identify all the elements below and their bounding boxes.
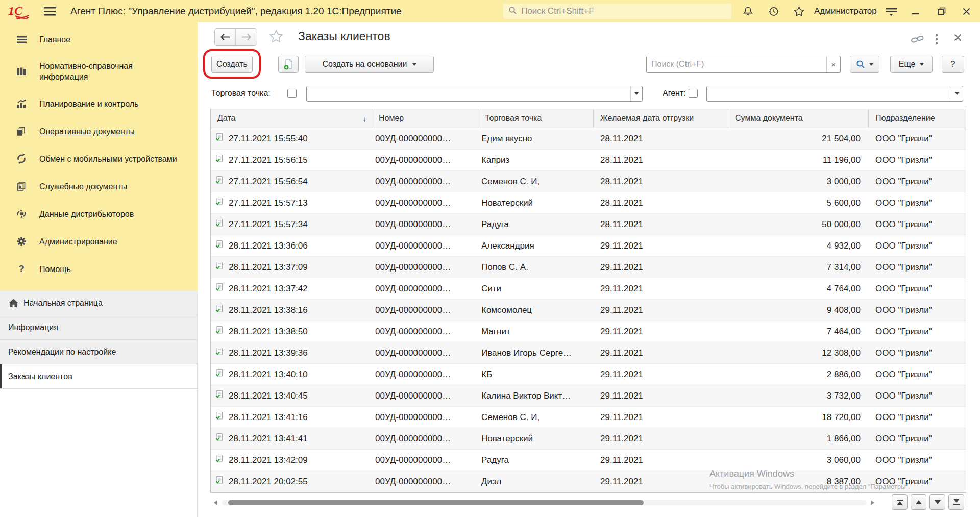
opened-pages-panel: Начальная страница Информация Рекомендац… xyxy=(0,291,198,389)
order-row[interactable]: 28.11.2021 13:39:36 00УД-000000000… Иван… xyxy=(211,342,966,364)
cell-amount: 3 732,00 xyxy=(728,385,869,406)
order-row[interactable]: 28.11.2021 13:38:50 00УД-000000000… Магн… xyxy=(211,321,966,342)
more-actions-kebab-icon[interactable] xyxy=(935,34,938,45)
create-based-on-button[interactable]: Создать на основании xyxy=(305,56,434,73)
cell-number: 00УД-000000000… xyxy=(372,128,478,149)
cell-number: 00УД-000000000… xyxy=(372,428,478,449)
global-search-input[interactable] xyxy=(521,6,726,16)
service-docs-icon xyxy=(15,180,28,192)
opened-page-item[interactable]: Заказы клиентов xyxy=(0,364,197,389)
clear-search-icon[interactable]: × xyxy=(826,56,840,72)
cell-department: ООО "Гризли" xyxy=(869,278,966,299)
scroll-left-arrow[interactable] xyxy=(212,499,219,506)
order-row[interactable]: 28.11.2021 13:41:41 00УД-000000000… Нова… xyxy=(211,428,966,450)
close-window-button[interactable] xyxy=(959,0,974,22)
document-posted-icon xyxy=(215,197,224,209)
chevron-down-icon xyxy=(869,63,873,66)
current-user[interactable]: Администратор xyxy=(814,0,877,22)
minimize-button[interactable] xyxy=(908,0,923,22)
more-button[interactable]: Еще xyxy=(890,56,933,73)
list-search-input[interactable] xyxy=(647,56,826,72)
cell-amount: 8 387,00 xyxy=(728,471,869,492)
scroll-down-button[interactable] xyxy=(929,494,945,510)
document-posted-icon xyxy=(215,347,224,359)
page-title: Заказы клиентов xyxy=(298,30,390,43)
cell-amount: 7 464,00 xyxy=(728,321,869,342)
trade-point-filter-checkbox[interactable] xyxy=(287,89,297,98)
new-document-icon-button[interactable] xyxy=(278,56,299,73)
order-row[interactable]: 28.11.2021 13:38:16 00УД-000000000… Комс… xyxy=(211,300,966,321)
column-header[interactable]: Торговая точка ↓ xyxy=(478,109,594,128)
opened-page-item[interactable]: Рекомендации по настройке xyxy=(0,340,197,364)
scroll-to-top-button[interactable] xyxy=(892,494,908,510)
cell-department: ООО "Гризли" xyxy=(869,471,966,492)
cell-date: 28.11.2021 13:40:10 xyxy=(211,364,372,385)
cell-amount: 7 314,00 xyxy=(728,257,869,278)
notifications-bell-icon[interactable] xyxy=(741,5,754,18)
get-link-icon[interactable] xyxy=(911,34,924,44)
cell-trade-point: Комсомолец xyxy=(478,300,594,321)
global-search-field[interactable] xyxy=(503,4,731,19)
window-title-bar: 1С Агент Плюс: "Управление дистрибуцией"… xyxy=(0,0,980,22)
opened-page-item[interactable]: Начальная страница xyxy=(0,291,197,315)
agent-filter-combo[interactable] xyxy=(706,86,963,102)
sidebar-section-item[interactable]: Оперативные документы xyxy=(0,117,198,145)
sidebar-section-item[interactable]: Обмен с мобильными устройствами xyxy=(0,145,198,173)
cell-department: ООО "Гризли" xyxy=(869,300,966,321)
forward-button[interactable] xyxy=(236,29,257,45)
cell-trade-point: Семенов С. И, xyxy=(478,171,594,192)
column-header[interactable]: Подразделение ↓ xyxy=(869,109,966,128)
main-menu-icon[interactable] xyxy=(43,5,56,18)
order-row[interactable]: 27.11.2021 15:56:15 00УД-000000000… Капр… xyxy=(211,150,966,171)
service-menu-icon[interactable] xyxy=(885,5,898,18)
column-header[interactable]: Желаемая дата отгрузки ↓ xyxy=(594,109,728,128)
restore-button[interactable] xyxy=(934,0,949,22)
cell-department: ООО "Гризли" xyxy=(869,321,966,342)
sidebar-section-item[interactable]: Администрирование xyxy=(0,228,198,255)
sidebar-section-item[interactable]: Служебные документы xyxy=(0,173,198,200)
document-posted-icon xyxy=(215,411,224,423)
cell-amount: 18 720,00 xyxy=(728,407,869,428)
horizontal-scrollbar-thumb[interactable] xyxy=(228,500,644,505)
scroll-to-bottom-button[interactable] xyxy=(948,494,964,510)
sidebar-section-item[interactable]: ? Помощь xyxy=(0,255,198,283)
find-button[interactable] xyxy=(850,56,879,73)
column-header[interactable]: Дата ↓ xyxy=(211,109,372,128)
horizontal-scrollbar-track[interactable] xyxy=(222,500,866,505)
column-header[interactable]: Номер ↓ xyxy=(372,109,478,128)
table-header-row: Дата ↓ Номер ↓ Торговая точка ↓ Жел xyxy=(211,109,966,128)
help-button[interactable]: ? xyxy=(942,56,964,73)
favorites-star-icon[interactable] xyxy=(792,5,805,18)
scroll-right-arrow[interactable] xyxy=(869,499,876,506)
cell-number: 00УД-000000000… xyxy=(372,407,478,428)
cell-date: 28.11.2021 13:41:16 xyxy=(211,407,372,428)
create-button[interactable]: Создать xyxy=(211,56,253,73)
sidebar-section-item[interactable]: Данные дистрибьюторов xyxy=(0,200,198,228)
back-button[interactable] xyxy=(215,29,236,45)
sidebar-section-item[interactable]: Планирование и контроль xyxy=(0,90,198,117)
trade-point-filter-combo[interactable] xyxy=(306,86,643,102)
sidebar-section-item[interactable]: Главное xyxy=(0,26,198,53)
order-row[interactable]: 28.11.2021 13:42:09 00УД-000000000… Раду… xyxy=(211,450,966,471)
order-row[interactable]: 28.11.2021 13:40:45 00УД-000000000… Кали… xyxy=(211,385,966,407)
order-row[interactable]: 28.11.2021 20:02:55 00УД-000000000… Диэл… xyxy=(211,471,966,493)
opened-page-item[interactable]: Информация xyxy=(0,315,197,340)
document-posted-icon xyxy=(215,176,224,187)
column-header[interactable]: Сумма документа ↓ xyxy=(728,109,869,128)
close-form-icon[interactable] xyxy=(954,34,962,41)
sidebar-section-item[interactable]: Нормативно-справочная информация xyxy=(0,53,198,90)
order-row[interactable]: 28.11.2021 13:36:06 00УД-000000000… Алек… xyxy=(211,235,966,257)
history-icon[interactable] xyxy=(767,5,780,18)
cell-ship-date: 29.11.2021 xyxy=(594,278,728,299)
order-row[interactable]: 27.11.2021 15:56:54 00УД-000000000… Семе… xyxy=(211,171,966,192)
order-row[interactable]: 28.11.2021 13:40:10 00УД-000000000… КБ 2… xyxy=(211,364,966,385)
order-row[interactable]: 27.11.2021 15:57:13 00УД-000000000… Нова… xyxy=(211,192,966,214)
agent-filter-checkbox[interactable] xyxy=(689,89,698,98)
scroll-up-button[interactable] xyxy=(911,494,926,510)
order-row[interactable]: 28.11.2021 13:37:42 00УД-000000000… Сити… xyxy=(211,278,966,300)
order-row[interactable]: 27.11.2021 15:57:34 00УД-000000000… Раду… xyxy=(211,214,966,235)
order-row[interactable]: 28.11.2021 13:37:09 00УД-000000000… Попо… xyxy=(211,257,966,278)
order-row[interactable]: 28.11.2021 13:41:16 00УД-000000000… Семе… xyxy=(211,407,966,428)
add-to-favorites-star-icon[interactable] xyxy=(268,29,284,46)
order-row[interactable]: 27.11.2021 15:55:40 00УД-000000000… Едим… xyxy=(211,128,966,150)
